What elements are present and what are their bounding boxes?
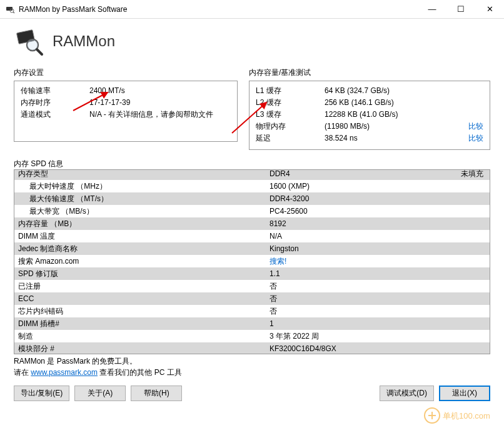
spd-row: SPD 修订版1.1 xyxy=(14,267,490,280)
spd-val: 否 xyxy=(270,292,395,305)
svg-text:单机100.com: 单机100.com xyxy=(443,411,490,421)
spd-row: Jedec 制造商名称Kingston xyxy=(14,242,490,255)
spd-extra xyxy=(395,217,490,230)
kv-row: 内存时序17-17-17-39 xyxy=(21,97,231,109)
compare-link[interactable]: 比较 xyxy=(468,132,483,144)
kv-key: 内存时序 xyxy=(21,97,89,109)
spd-extra xyxy=(395,292,490,305)
kv-row: 通道模式N/A - 有关详细信息，请参阅帮助文件 xyxy=(21,109,231,121)
titlebar: RAMMon by PassMark Software — ☐ ✕ xyxy=(0,0,504,19)
kv-key: L2 缓存 xyxy=(256,97,325,109)
debug-button[interactable]: 调试模式(D) xyxy=(380,386,434,401)
app-icon xyxy=(5,4,15,14)
spd-extra xyxy=(395,242,490,255)
kv-val: 17-17-17-39 xyxy=(89,97,130,109)
spd-extra xyxy=(395,267,490,280)
kv-row: 传输速率2400 MT/s xyxy=(21,85,231,97)
kv-key: 传输速率 xyxy=(21,85,89,97)
kv-val: 256 KB (146.1 GB/s) xyxy=(325,97,394,109)
svg-line-7 xyxy=(37,49,42,54)
kv-row: L1 缓存64 KB (324.7 GB/s) xyxy=(256,85,483,97)
spd-val: 否 xyxy=(270,280,395,292)
passmark-link[interactable]: www.passmark.com xyxy=(31,368,98,377)
spd-val: DDR4-3200 xyxy=(270,192,395,205)
kv-val: 64 KB (324.7 GB/s) xyxy=(325,85,390,97)
spd-val: DDR4 xyxy=(270,169,395,180)
memory-capacity-panel: 内存容量/基准测试 L1 缓存64 KB (324.7 GB/s)L2 缓存25… xyxy=(249,67,490,150)
window-title: RAMMon by PassMark Software xyxy=(19,5,418,14)
spd-extra xyxy=(395,280,490,292)
export-button[interactable]: 导出/复制(E) xyxy=(14,386,69,401)
help-button[interactable]: 帮助(H) xyxy=(131,386,182,401)
spd-extra xyxy=(395,180,490,192)
spd-key: ECC xyxy=(14,292,270,305)
spd-key: DIMM 温度 xyxy=(14,230,270,242)
kv-key: L1 缓存 xyxy=(256,85,325,97)
spd-table[interactable]: 内存类型DDR4未填充最大时钟速度 （MHz）1600 (XMP)最大传输速度 … xyxy=(14,169,490,354)
kv-key: 物理内存 xyxy=(256,121,325,132)
panel-label: 内存设置 xyxy=(14,67,238,78)
footer-line2: 请在 www.passmark.com 查看我们的其他 PC 工具 xyxy=(14,367,490,378)
spd-key: 最大时钟速度 （MHz） xyxy=(14,180,270,192)
spd-val: 1 xyxy=(270,317,395,330)
spd-val: KF3200C16D4/8GX xyxy=(270,342,395,354)
minimize-button[interactable]: — xyxy=(418,0,446,19)
spd-val: PC4-25600 xyxy=(270,205,395,217)
spd-row: ECC否 xyxy=(14,292,490,305)
about-button[interactable]: 关于(A) xyxy=(74,386,126,401)
kv-val: (11980 MB/s) xyxy=(325,121,370,132)
spd-val: 3 年第 2022 周 xyxy=(270,330,395,342)
spd-extra xyxy=(395,230,490,242)
compare-link[interactable]: 比较 xyxy=(468,121,483,132)
spd-extra xyxy=(395,317,490,330)
spd-key: Jedec 制造商名称 xyxy=(14,242,270,255)
spd-key: DIMM 插槽# xyxy=(14,317,270,330)
spd-extra: 未填充 xyxy=(395,169,490,180)
panel-label: 内存容量/基准测试 xyxy=(249,67,490,78)
spd-val: 搜索! xyxy=(270,255,395,267)
kv-val: 38.524 ns xyxy=(325,132,358,144)
footer-line1: RAMMon 是 PassMark 的免费工具。 xyxy=(14,356,490,367)
spd-key: 已注册 xyxy=(14,280,270,292)
spd-val: N/A xyxy=(270,230,395,242)
kv-val: 12288 KB (41.0 GB/s) xyxy=(325,109,398,121)
exit-button[interactable]: 退出(X) xyxy=(439,386,490,401)
kv-row: L3 缓存12288 KB (41.0 GB/s) xyxy=(256,109,483,121)
spd-label: 内存 SPD 信息 xyxy=(14,159,63,168)
spd-val: 1.1 xyxy=(270,267,395,280)
spd-row: 内存类型DDR4未填充 xyxy=(14,169,490,180)
logo-icon xyxy=(14,26,44,56)
kv-key: L3 缓存 xyxy=(256,109,325,121)
kv-val: 2400 MT/s xyxy=(89,85,125,97)
window-controls: — ☐ ✕ xyxy=(418,0,504,19)
close-button[interactable]: ✕ xyxy=(475,0,504,19)
spd-val: 否 xyxy=(270,305,395,317)
spd-extra xyxy=(395,305,490,317)
spd-extra xyxy=(395,342,490,354)
search-link[interactable]: 搜索! xyxy=(270,257,286,266)
spd-key: 模块部分 # xyxy=(14,342,270,354)
spd-key: 最大传输速度 （MT/s） xyxy=(14,192,270,205)
spd-row: 最大带宽 （MB/s）PC4-25600 xyxy=(14,205,490,217)
maximize-button[interactable]: ☐ xyxy=(446,0,475,19)
spd-key: SPD 修订版 xyxy=(14,267,270,280)
spd-row: 最大时钟速度 （MHz）1600 (XMP) xyxy=(14,180,490,192)
spd-row: 内存容量 （MB）8192 xyxy=(14,217,490,230)
spd-key: 制造 xyxy=(14,330,270,342)
spd-row: DIMM 温度N/A xyxy=(14,230,490,242)
spd-extra xyxy=(395,205,490,217)
spd-row: 芯片内纠错码否 xyxy=(14,305,490,317)
svg-line-2 xyxy=(13,12,14,13)
spd-key: 内存类型 xyxy=(14,169,270,180)
kv-val: N/A - 有关详细信息，请参阅帮助文件 xyxy=(89,109,213,121)
spd-key: 最大带宽 （MB/s） xyxy=(14,205,270,217)
footer-text: RAMMon 是 PassMark 的免费工具。 请在 www.passmark… xyxy=(14,356,490,378)
kv-key: 通道模式 xyxy=(21,109,89,121)
spd-key: 搜索 Amazon.com xyxy=(14,255,270,267)
spd-row: 模块部分 #KF3200C16D4/8GX xyxy=(14,342,490,354)
logo-row: RAMMon xyxy=(14,26,490,56)
kv-row: L2 缓存256 KB (146.1 GB/s) xyxy=(256,97,483,109)
kv-row: 延迟38.524 ns比较 xyxy=(256,132,483,144)
spd-val: 1600 (XMP) xyxy=(270,180,395,192)
watermark: 单机100.com xyxy=(423,406,498,427)
